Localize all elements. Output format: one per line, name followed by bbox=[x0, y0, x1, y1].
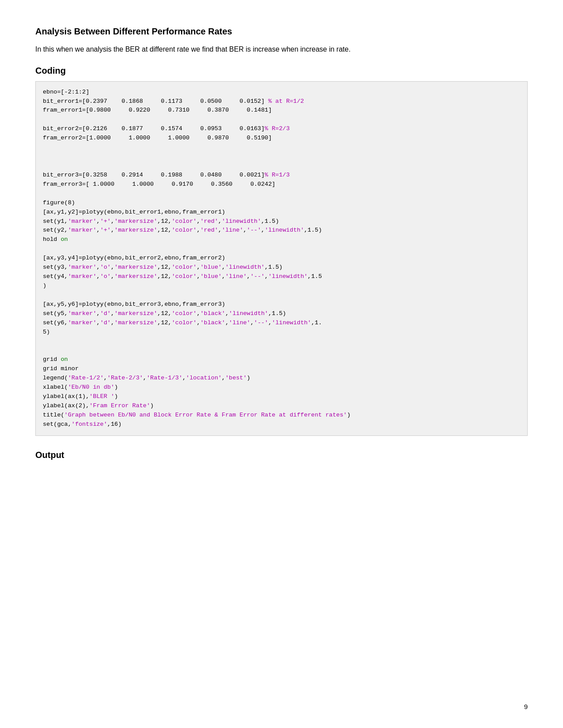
code-block: ebno=[-2:1:2] bit_error1=[0.2397 0.1868 … bbox=[35, 81, 528, 436]
section-heading-output: Output bbox=[35, 450, 528, 460]
section-heading-coding: Coding bbox=[35, 66, 528, 76]
body-text-analysis: In this when we analysis the BER at diff… bbox=[35, 44, 528, 55]
page-number: 9 bbox=[524, 703, 528, 710]
section-heading-analysis: Analysis Between Different Performance R… bbox=[35, 26, 528, 37]
